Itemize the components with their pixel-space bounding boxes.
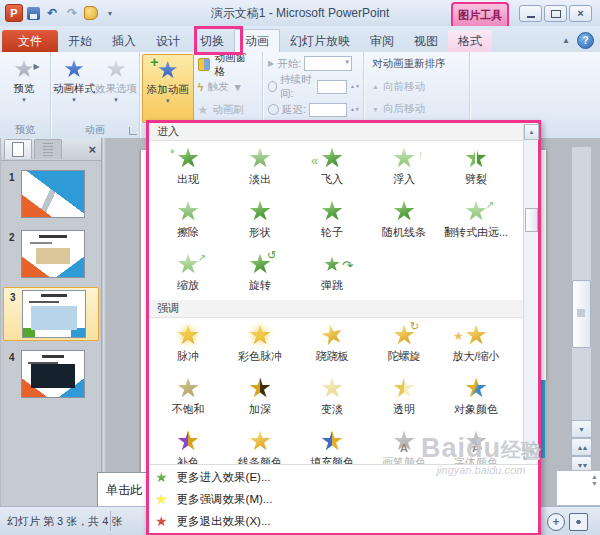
animation-effect-1-4[interactable]: ★放大/缩小 xyxy=(440,318,512,371)
notes-scroll-stub: ▲▼ xyxy=(556,470,600,506)
animation-pane-icon xyxy=(198,58,211,71)
add-animation-star-icon: ★ xyxy=(157,57,179,83)
preview-group-label: 预览 xyxy=(0,123,50,138)
green-star-fly: ★ xyxy=(320,143,344,173)
gallery-menu-item-1[interactable]: ★更多强调效果(M)... xyxy=(155,489,538,509)
preview-star-icon: ★ xyxy=(13,56,35,82)
restore-button[interactable] xyxy=(544,5,567,22)
animation-effect-0-8[interactable]: ★随机线条 xyxy=(368,194,440,247)
collapse-ribbon-icon[interactable]: ▲ xyxy=(562,36,570,45)
ribbon-tab-bar: 文件 开始插入设计切换动画幻灯片放映审阅视图格式 ▲ ? xyxy=(0,26,600,52)
slide-thumbnail-4[interactable]: 4 xyxy=(1,347,101,407)
animation-effect-1-7[interactable]: ★变淡 xyxy=(296,371,368,424)
fit-to-window-icon[interactable] xyxy=(569,513,588,531)
animation-effect-0-12[interactable]: ★弹跳 xyxy=(296,247,368,300)
gold-star-teeter: ★ xyxy=(317,318,347,352)
sidebar-tab-strip: × xyxy=(1,138,101,161)
tab-9[interactable]: 格式 xyxy=(448,30,492,52)
purple-gold-star: ★ xyxy=(176,426,200,456)
contextual-tab-group-label[interactable]: 图片工具 xyxy=(451,2,509,27)
add-animation-button[interactable]: ★ 添加动画 ▼ xyxy=(142,54,194,123)
triangle-up-icon: ▲ xyxy=(372,83,379,90)
animation-pane-button[interactable]: 动画窗格 xyxy=(198,57,256,72)
effect-label: 随机线条 xyxy=(382,225,426,240)
animation-effect-0-6[interactable]: ★形状 xyxy=(224,194,296,247)
gallery-scrollbar[interactable]: ▲ ▼ xyxy=(523,124,537,460)
tab-file[interactable]: 文件 xyxy=(2,30,58,52)
animation-effect-0-11[interactable]: ★旋转 xyxy=(224,247,296,300)
animation-effect-1-10[interactable]: ★补色 xyxy=(152,424,224,464)
minimize-button[interactable] xyxy=(519,5,542,22)
save-icon[interactable] xyxy=(27,7,40,20)
undo-icon[interactable]: ↶ xyxy=(44,5,60,21)
gallery-menu-item-2[interactable]: ★更多退出效果(X)... xyxy=(155,511,538,531)
animation-painter-icon[interactable] xyxy=(84,6,98,20)
trigger-button: ϟ 触发 ▼ xyxy=(198,80,256,95)
animation-effect-0-7[interactable]: ★轮子 xyxy=(296,194,368,247)
effect-options-star-icon: ★ xyxy=(105,56,127,82)
toolbar-options-icon[interactable]: ▼ xyxy=(102,5,118,21)
tab-2[interactable]: 插入 xyxy=(102,30,146,52)
animation-effect-1-11[interactable]: ★线条颜色 xyxy=(224,424,296,464)
close-pane-icon[interactable]: × xyxy=(88,142,96,157)
animation-effect-0-10[interactable]: ★缩放 xyxy=(152,247,224,300)
blue-gold-star: ★ xyxy=(320,426,344,456)
tab-8[interactable]: 视图 xyxy=(404,30,448,52)
animation-effect-1-1[interactable]: ★彩色脉冲 xyxy=(224,318,296,371)
powerpoint-icon[interactable]: P xyxy=(5,4,23,22)
animation-group-label: 动画 xyxy=(51,123,139,138)
animation-effect-1-3[interactable]: ★陀螺旋 xyxy=(368,318,440,371)
dialog-launcher-icon[interactable] xyxy=(129,127,137,135)
animation-effect-1-5[interactable]: ★不饱和 xyxy=(152,371,224,424)
tab-7[interactable]: 审阅 xyxy=(360,30,404,52)
gallery-sections: 进入★出现★淡出★飞入★浮入★劈裂★擦除★形状★轮子★随机线条★翻转式由远...… xyxy=(149,123,538,464)
redo-icon[interactable]: ↷ xyxy=(64,5,80,21)
stub-arrows-icon[interactable]: ▲▼ xyxy=(591,473,598,487)
animation-effect-1-9[interactable]: ★对象颜色 xyxy=(440,371,512,424)
animation-effect-1-0[interactable]: ★脉冲 xyxy=(152,318,224,371)
animation-effect-1-12[interactable]: ★填充颜色 xyxy=(296,424,368,464)
tab-slides-thumbnails[interactable] xyxy=(4,139,32,159)
gallery-section-title: 强调 xyxy=(149,300,523,318)
tab-outline[interactable] xyxy=(34,139,62,159)
tab-6[interactable]: 幻灯片放映 xyxy=(280,30,360,52)
gallery-scroll-thumb[interactable] xyxy=(525,208,538,232)
animation-styles-button[interactable]: ★ 动画样式 ▼ xyxy=(53,54,95,123)
add-animation-label: 添加动画 xyxy=(147,83,189,97)
delay-spinner xyxy=(309,103,347,117)
animation-effect-0-5[interactable]: ★擦除 xyxy=(152,194,224,247)
green-star-bounce: ★ xyxy=(323,249,341,279)
animation-effect-1-6[interactable]: ★加深 xyxy=(224,371,296,424)
green-star: ★ xyxy=(155,470,168,485)
preview-button[interactable]: ★ 预览 ▼ xyxy=(2,54,46,123)
green-star-wipe: ★ xyxy=(176,196,200,226)
slide-thumbnail-1[interactable]: 1 xyxy=(1,167,101,227)
effect-label: 擦除 xyxy=(177,225,199,240)
pane-splitter[interactable] xyxy=(101,138,106,506)
effect-label: 弹跳 xyxy=(321,278,343,293)
zoom-in-icon[interactable]: + xyxy=(547,513,565,531)
animation-effect-0-3[interactable]: ★浮入 xyxy=(368,141,440,194)
effect-label: 陀螺旋 xyxy=(388,349,421,364)
scroll-down-button[interactable]: ▼ xyxy=(571,420,592,438)
animation-effect-1-8[interactable]: ★透明 xyxy=(368,371,440,424)
previous-slide-button[interactable]: ▲▲ xyxy=(571,438,592,456)
outline-tab-icon xyxy=(43,143,53,156)
scrollbar-thumb[interactable] xyxy=(572,280,591,348)
gallery-scroll-down-icon[interactable]: ▼ xyxy=(524,444,539,460)
animation-effect-0-9[interactable]: ★翻转式由远... xyxy=(440,194,512,247)
tab-1[interactable]: 开始 xyxy=(58,30,102,52)
animation-effect-1-2[interactable]: ★跷跷板 xyxy=(296,318,368,371)
animation-effect-0-2[interactable]: ★飞入 xyxy=(296,141,368,194)
close-button[interactable]: × xyxy=(569,5,592,22)
animation-effect-0-0[interactable]: ★出现 xyxy=(152,141,224,194)
duration-spinner xyxy=(317,80,347,94)
slide-thumbnail-2[interactable]: 2 xyxy=(1,227,101,287)
animation-effect-0-4[interactable]: ★劈裂 xyxy=(440,141,512,194)
gallery-menu-item-0[interactable]: ★更多进入效果(E)... xyxy=(155,467,538,487)
delay-label: 延迟: xyxy=(282,103,306,117)
animation-effect-0-1[interactable]: ★淡出 xyxy=(224,141,296,194)
gallery-scroll-up-icon[interactable]: ▲ xyxy=(524,124,539,140)
slide-thumbnail-3[interactable]: 3 xyxy=(3,287,99,341)
help-icon[interactable]: ? xyxy=(577,32,594,49)
